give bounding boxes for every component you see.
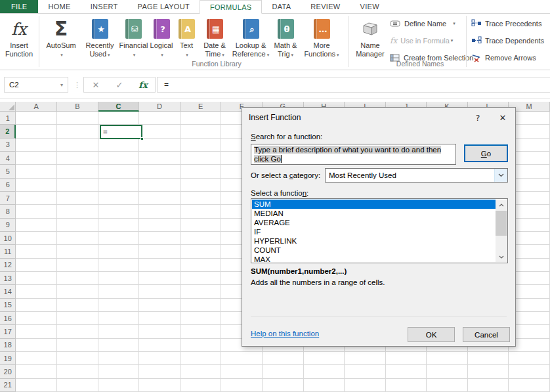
scroll-up-icon[interactable] <box>496 200 507 210</box>
cell-c11[interactable] <box>98 245 140 258</box>
cell-d15[interactable] <box>139 299 180 312</box>
cell-c12[interactable] <box>98 259 140 272</box>
cell-b13[interactable] <box>57 272 98 285</box>
column-header-c[interactable]: C <box>98 102 140 112</box>
cell-b5[interactable] <box>57 165 98 178</box>
cell-i20[interactable] <box>345 365 386 378</box>
dialog-close-button[interactable]: ✕ <box>490 108 515 127</box>
row-header-8[interactable]: 8 <box>0 205 16 218</box>
cell-m20[interactable] <box>509 365 550 378</box>
cell-e1[interactable] <box>180 112 222 125</box>
cell-d12[interactable] <box>139 259 180 272</box>
cell-e7[interactable] <box>180 192 222 205</box>
cell-e17[interactable] <box>180 325 222 338</box>
ribbon-button-more-functions[interactable]: …MoreFunctions▾ <box>301 15 343 68</box>
chevron-down-icon[interactable] <box>494 169 507 182</box>
tab-view[interactable]: VIEW <box>350 0 389 13</box>
cell-b4[interactable] <box>57 152 98 165</box>
function-item-median[interactable]: MEDIAN <box>252 209 496 218</box>
cell-c7[interactable] <box>98 192 140 205</box>
cell-c20[interactable] <box>98 365 140 378</box>
cell-b17[interactable] <box>57 325 98 338</box>
cell-b9[interactable] <box>57 219 98 232</box>
cell-c15[interactable] <box>98 299 140 312</box>
cell-e5[interactable] <box>180 165 222 178</box>
cell-e3[interactable] <box>180 139 222 152</box>
cell-e2[interactable] <box>180 125 222 138</box>
cell-d5[interactable] <box>139 165 180 178</box>
cell-a7[interactable] <box>16 192 57 205</box>
cell-e20[interactable] <box>180 365 222 378</box>
cell-b20[interactable] <box>57 365 98 378</box>
cell-k20[interactable] <box>427 365 468 378</box>
cell-a9[interactable] <box>16 219 57 232</box>
cell-d19[interactable] <box>139 352 180 365</box>
cell-k21[interactable] <box>427 379 468 392</box>
row-header-7[interactable]: 7 <box>0 192 16 205</box>
trace-dependents-button[interactable]: Trace Dependents <box>471 33 544 48</box>
row-header-20[interactable]: 20 <box>0 365 16 378</box>
search-input[interactable]: Type a brief description of what you wan… <box>251 144 456 165</box>
insert-function-fx-icon[interactable]: fx <box>131 77 155 92</box>
cell-c16[interactable] <box>98 312 140 325</box>
ribbon-button-financial[interactable]: ⛁Financial▾ <box>119 15 148 68</box>
tab-page-layout[interactable]: PAGE LAYOUT <box>128 0 200 13</box>
cell-e16[interactable] <box>180 312 222 325</box>
category-dropdown[interactable]: Most Recently Used <box>325 168 508 183</box>
row-header-1[interactable]: 1 <box>0 112 16 125</box>
cell-d3[interactable] <box>139 139 180 152</box>
cell-c9[interactable] <box>98 219 140 232</box>
cell-b14[interactable] <box>57 285 98 298</box>
cell-d11[interactable] <box>139 245 180 258</box>
use-in-formula-button[interactable]: fx Use in Formula ▾ <box>390 33 453 48</box>
cell-e10[interactable] <box>180 232 222 245</box>
remove-arrows-button[interactable]: Remove Arrows <box>471 51 536 65</box>
row-header-6[interactable]: 6 <box>0 179 16 192</box>
cell-e6[interactable] <box>180 179 222 192</box>
row-header-3[interactable]: 3 <box>0 139 16 152</box>
cell-b2[interactable] <box>57 125 98 138</box>
cell-a14[interactable] <box>16 285 57 298</box>
cell-a15[interactable] <box>16 299 57 312</box>
insert-function-button[interactable]: fx Insert Function <box>1 15 37 68</box>
row-header-21[interactable]: 21 <box>0 379 16 392</box>
scrollbar-thumb[interactable] <box>496 211 507 236</box>
cell-d8[interactable] <box>139 205 180 218</box>
cell-i19[interactable] <box>345 352 386 365</box>
column-header-a[interactable]: A <box>16 102 57 112</box>
cell-j21[interactable] <box>386 379 427 392</box>
cell-a11[interactable] <box>16 245 57 258</box>
cell-d4[interactable] <box>139 152 180 165</box>
cell-c3[interactable] <box>98 139 140 152</box>
cell-c19[interactable] <box>98 352 140 365</box>
cell-a10[interactable] <box>16 232 57 245</box>
dialog-titlebar[interactable]: Insert Function ? ✕ <box>242 108 515 127</box>
cell-d9[interactable] <box>139 219 180 232</box>
cell-b21[interactable] <box>57 379 98 392</box>
cell-e18[interactable] <box>180 339 222 352</box>
tab-data[interactable]: DATA <box>262 0 301 13</box>
cell-l19[interactable] <box>468 352 509 365</box>
fill-handle[interactable] <box>140 137 144 141</box>
cell-c4[interactable] <box>98 152 140 165</box>
cell-b1[interactable] <box>57 112 98 125</box>
cell-g20[interactable] <box>263 365 304 378</box>
cell-e4[interactable] <box>180 152 222 165</box>
function-item-if[interactable]: IF <box>252 227 496 236</box>
cell-b11[interactable] <box>57 245 98 258</box>
tab-file[interactable]: FILE <box>0 0 38 13</box>
function-item-max[interactable]: MAX <box>252 255 496 262</box>
tab-review[interactable]: REVIEW <box>301 0 350 13</box>
trace-precedents-button[interactable]: Trace Precedents <box>471 16 541 31</box>
column-header-e[interactable]: E <box>180 102 222 112</box>
cell-f19[interactable] <box>221 352 263 365</box>
cell-m19[interactable] <box>509 352 550 365</box>
cell-d18[interactable] <box>139 339 180 352</box>
cell-a21[interactable] <box>16 379 57 392</box>
define-name-button[interactable]: Define Name ▾ <box>390 16 455 31</box>
row-header-16[interactable]: 16 <box>0 312 16 325</box>
enter-entry-icon[interactable]: ✓ <box>108 77 131 92</box>
cell-a5[interactable] <box>16 165 57 178</box>
cell-d17[interactable] <box>139 325 180 338</box>
cell-l21[interactable] <box>468 379 509 392</box>
